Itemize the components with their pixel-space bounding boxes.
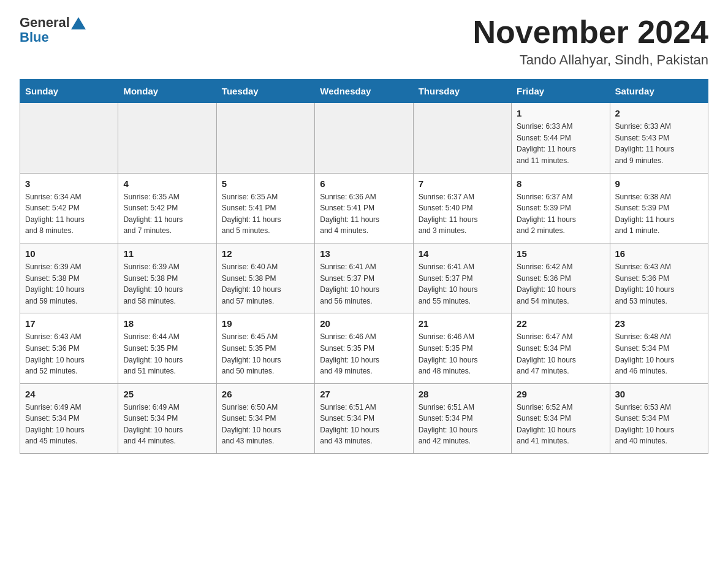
day-number: 23 bbox=[615, 318, 703, 329]
calendar-cell: 24Sunrise: 6:49 AM Sunset: 5:34 PM Dayli… bbox=[20, 383, 118, 453]
calendar-body: 1Sunrise: 6:33 AM Sunset: 5:44 PM Daylig… bbox=[20, 103, 708, 454]
day-number: 24 bbox=[25, 389, 113, 399]
calendar-cell: 21Sunrise: 6:46 AM Sunset: 5:35 PM Dayli… bbox=[413, 313, 511, 383]
weekday-header-row: SundayMondayTuesdayWednesdayThursdayFrid… bbox=[20, 80, 708, 103]
calendar-table: SundayMondayTuesdayWednesdayThursdayFrid… bbox=[20, 79, 708, 454]
day-info: Sunrise: 6:39 AM Sunset: 5:38 PM Dayligh… bbox=[25, 261, 113, 307]
calendar-cell bbox=[216, 103, 314, 173]
calendar-cell: 30Sunrise: 6:53 AM Sunset: 5:34 PM Dayli… bbox=[610, 383, 708, 453]
day-info: Sunrise: 6:50 AM Sunset: 5:34 PM Dayligh… bbox=[222, 402, 309, 447]
day-number: 12 bbox=[222, 248, 309, 259]
day-number: 9 bbox=[615, 178, 703, 189]
location-subtitle: Tando Allahyar, Sindh, Pakistan bbox=[473, 52, 708, 68]
day-info: Sunrise: 6:43 AM Sunset: 5:36 PM Dayligh… bbox=[25, 331, 113, 377]
day-info: Sunrise: 6:42 AM Sunset: 5:36 PM Dayligh… bbox=[517, 261, 604, 307]
day-number: 17 bbox=[25, 318, 113, 329]
weekday-header-saturday: Saturday bbox=[610, 80, 708, 103]
day-number: 11 bbox=[123, 248, 211, 259]
calendar-cell: 10Sunrise: 6:39 AM Sunset: 5:38 PM Dayli… bbox=[20, 243, 118, 313]
day-info: Sunrise: 6:47 AM Sunset: 5:34 PM Dayligh… bbox=[517, 331, 604, 377]
calendar-cell: 13Sunrise: 6:41 AM Sunset: 5:37 PM Dayli… bbox=[315, 243, 413, 313]
logo-general-text: General bbox=[20, 15, 70, 31]
calendar-week-3: 10Sunrise: 6:39 AM Sunset: 5:38 PM Dayli… bbox=[20, 243, 708, 313]
day-number: 7 bbox=[419, 178, 506, 189]
calendar-cell bbox=[315, 103, 413, 173]
calendar-week-1: 1Sunrise: 6:33 AM Sunset: 5:44 PM Daylig… bbox=[20, 103, 708, 173]
calendar-cell: 19Sunrise: 6:45 AM Sunset: 5:35 PM Dayli… bbox=[216, 313, 314, 383]
calendar-cell: 18Sunrise: 6:44 AM Sunset: 5:35 PM Dayli… bbox=[118, 313, 216, 383]
calendar-cell: 2Sunrise: 6:33 AM Sunset: 5:43 PM Daylig… bbox=[610, 103, 708, 173]
day-info: Sunrise: 6:41 AM Sunset: 5:37 PM Dayligh… bbox=[419, 261, 506, 307]
day-number: 10 bbox=[25, 248, 113, 259]
title-block: November 2024 Tando Allahyar, Sindh, Pak… bbox=[473, 15, 708, 68]
weekday-header-friday: Friday bbox=[512, 80, 610, 103]
day-info: Sunrise: 6:40 AM Sunset: 5:38 PM Dayligh… bbox=[222, 261, 309, 307]
calendar-cell: 7Sunrise: 6:37 AM Sunset: 5:40 PM Daylig… bbox=[413, 173, 511, 243]
day-info: Sunrise: 6:41 AM Sunset: 5:37 PM Dayligh… bbox=[320, 261, 408, 307]
calendar-cell: 14Sunrise: 6:41 AM Sunset: 5:37 PM Dayli… bbox=[413, 243, 511, 313]
day-number: 8 bbox=[517, 178, 604, 189]
day-info: Sunrise: 6:35 AM Sunset: 5:41 PM Dayligh… bbox=[222, 191, 309, 237]
calendar-cell bbox=[118, 103, 216, 173]
calendar-cell: 16Sunrise: 6:43 AM Sunset: 5:36 PM Dayli… bbox=[610, 243, 708, 313]
day-info: Sunrise: 6:53 AM Sunset: 5:34 PM Dayligh… bbox=[615, 402, 703, 447]
day-info: Sunrise: 6:34 AM Sunset: 5:42 PM Dayligh… bbox=[25, 191, 113, 237]
calendar-cell: 4Sunrise: 6:35 AM Sunset: 5:42 PM Daylig… bbox=[118, 173, 216, 243]
calendar-week-2: 3Sunrise: 6:34 AM Sunset: 5:42 PM Daylig… bbox=[20, 173, 708, 243]
day-info: Sunrise: 6:37 AM Sunset: 5:40 PM Dayligh… bbox=[419, 191, 506, 237]
day-info: Sunrise: 6:52 AM Sunset: 5:34 PM Dayligh… bbox=[517, 402, 604, 447]
day-number: 29 bbox=[517, 389, 604, 399]
day-info: Sunrise: 6:38 AM Sunset: 5:39 PM Dayligh… bbox=[615, 191, 703, 237]
calendar-cell: 25Sunrise: 6:49 AM Sunset: 5:34 PM Dayli… bbox=[118, 383, 216, 453]
day-number: 18 bbox=[123, 318, 211, 329]
day-number: 15 bbox=[517, 248, 604, 259]
day-info: Sunrise: 6:46 AM Sunset: 5:35 PM Dayligh… bbox=[320, 331, 408, 377]
day-number: 25 bbox=[123, 389, 211, 399]
day-number: 3 bbox=[25, 178, 113, 189]
day-number: 27 bbox=[320, 389, 408, 399]
weekday-header-sunday: Sunday bbox=[20, 80, 118, 103]
calendar-cell bbox=[413, 103, 511, 173]
day-number: 13 bbox=[320, 248, 408, 259]
day-number: 30 bbox=[615, 389, 703, 399]
calendar-cell: 1Sunrise: 6:33 AM Sunset: 5:44 PM Daylig… bbox=[512, 103, 610, 173]
day-number: 28 bbox=[419, 389, 506, 399]
logo: General Blue bbox=[20, 15, 86, 45]
day-info: Sunrise: 6:51 AM Sunset: 5:34 PM Dayligh… bbox=[320, 402, 408, 447]
calendar-week-5: 24Sunrise: 6:49 AM Sunset: 5:34 PM Dayli… bbox=[20, 383, 708, 453]
weekday-header-thursday: Thursday bbox=[413, 80, 511, 103]
day-info: Sunrise: 6:45 AM Sunset: 5:35 PM Dayligh… bbox=[222, 331, 309, 377]
month-title: November 2024 bbox=[473, 15, 708, 50]
day-info: Sunrise: 6:48 AM Sunset: 5:34 PM Dayligh… bbox=[615, 331, 703, 377]
calendar-cell: 9Sunrise: 6:38 AM Sunset: 5:39 PM Daylig… bbox=[610, 173, 708, 243]
day-number: 22 bbox=[517, 318, 604, 329]
day-info: Sunrise: 6:46 AM Sunset: 5:35 PM Dayligh… bbox=[419, 331, 506, 377]
calendar-cell: 27Sunrise: 6:51 AM Sunset: 5:34 PM Dayli… bbox=[315, 383, 413, 453]
calendar-cell: 12Sunrise: 6:40 AM Sunset: 5:38 PM Dayli… bbox=[216, 243, 314, 313]
logo-triangle-icon bbox=[71, 17, 86, 29]
day-info: Sunrise: 6:39 AM Sunset: 5:38 PM Dayligh… bbox=[123, 261, 211, 307]
weekday-header-tuesday: Tuesday bbox=[216, 80, 314, 103]
calendar-cell: 20Sunrise: 6:46 AM Sunset: 5:35 PM Dayli… bbox=[315, 313, 413, 383]
day-number: 19 bbox=[222, 318, 309, 329]
calendar-cell: 11Sunrise: 6:39 AM Sunset: 5:38 PM Dayli… bbox=[118, 243, 216, 313]
day-info: Sunrise: 6:44 AM Sunset: 5:35 PM Dayligh… bbox=[123, 331, 211, 377]
calendar-cell: 3Sunrise: 6:34 AM Sunset: 5:42 PM Daylig… bbox=[20, 173, 118, 243]
page-header: General Blue November 2024 Tando Allahya… bbox=[20, 15, 708, 68]
day-number: 16 bbox=[615, 248, 703, 259]
calendar-cell: 26Sunrise: 6:50 AM Sunset: 5:34 PM Dayli… bbox=[216, 383, 314, 453]
day-info: Sunrise: 6:35 AM Sunset: 5:42 PM Dayligh… bbox=[123, 191, 211, 237]
day-number: 4 bbox=[123, 178, 211, 189]
logo-blue-text: Blue bbox=[20, 29, 49, 45]
calendar-header: SundayMondayTuesdayWednesdayThursdayFrid… bbox=[20, 80, 708, 103]
day-info: Sunrise: 6:33 AM Sunset: 5:44 PM Dayligh… bbox=[517, 121, 604, 166]
calendar-cell: 29Sunrise: 6:52 AM Sunset: 5:34 PM Dayli… bbox=[512, 383, 610, 453]
day-info: Sunrise: 6:33 AM Sunset: 5:43 PM Dayligh… bbox=[615, 121, 703, 166]
calendar-cell: 22Sunrise: 6:47 AM Sunset: 5:34 PM Dayli… bbox=[512, 313, 610, 383]
weekday-header-monday: Monday bbox=[118, 80, 216, 103]
calendar-cell: 28Sunrise: 6:51 AM Sunset: 5:34 PM Dayli… bbox=[413, 383, 511, 453]
day-number: 6 bbox=[320, 178, 408, 189]
calendar-cell bbox=[20, 103, 118, 173]
day-number: 20 bbox=[320, 318, 408, 329]
weekday-header-wednesday: Wednesday bbox=[315, 80, 413, 103]
